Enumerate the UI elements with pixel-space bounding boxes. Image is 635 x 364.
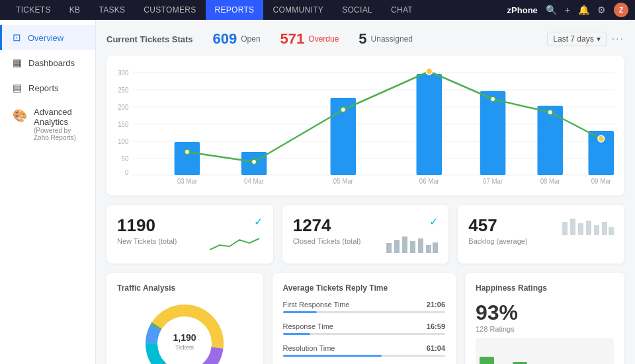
svg-rect-44 [578, 223, 583, 235]
overdue-count: 571 [280, 30, 305, 48]
response-time-label: Response Time [283, 322, 333, 330]
donut-chart-wrap: 1,190 Tickets [117, 301, 253, 364]
svg-text:300: 300 [118, 69, 129, 77]
traffic-title: Traffic Analysis [117, 283, 253, 293]
svg-rect-41 [433, 242, 438, 253]
overdue-label: Overdue [308, 34, 339, 44]
sidebar-item-advanced[interactable]: 🎨 Advanced Analytics (Powered by Zoho Re… [0, 100, 95, 148]
svg-rect-17 [417, 74, 443, 175]
happiness-bar-chart [476, 338, 614, 364]
traffic-analysis-card: Traffic Analysis [106, 273, 263, 364]
reply-time-card: Average Tickets Reply Time First Respons… [273, 273, 456, 364]
first-response-bar [283, 311, 445, 313]
metric-row: 1190 New Tickets (total) ✓ 1274 Closed T… [106, 205, 624, 264]
reply-time-title: Average Tickets Reply Time [283, 283, 445, 293]
svg-text:150: 150 [118, 121, 129, 128]
open-count: 609 [213, 30, 237, 48]
svg-point-23 [341, 107, 346, 112]
check-icon-2: ✓ [429, 215, 438, 228]
nav-reports[interactable]: REPORTS [206, 0, 264, 20]
nav-right: zPhone 🔍 + 🔔 ⚙ Z [507, 3, 628, 17]
settings-icon[interactable]: ⚙ [597, 5, 606, 15]
svg-text:04 Mar: 04 Mar [244, 178, 265, 185]
svg-text:200: 200 [118, 104, 129, 111]
nav-kb[interactable]: KB [60, 0, 90, 20]
hbar-3 [513, 362, 527, 364]
svg-rect-38 [410, 241, 415, 253]
brand-name: zPhone [507, 5, 538, 15]
main-content: Current Tickets Stats 609 Open 571 Overd… [96, 20, 635, 364]
check-icon-1: ✓ [254, 215, 263, 228]
svg-rect-14 [175, 142, 200, 175]
first-response-label: First Response Time [283, 301, 350, 309]
svg-text:1,190: 1,190 [173, 332, 196, 343]
reports-icon: ▤ [13, 82, 22, 94]
sidebar-label-dashboards: Dashboards [28, 58, 75, 68]
happiness-ratings-count: 128 Ratings [476, 325, 518, 333]
stats-header: Current Tickets Stats 609 Open 571 Overd… [106, 30, 624, 48]
svg-point-21 [185, 149, 190, 155]
resolution-time-value: 61:04 [427, 344, 445, 352]
open-label: Open [241, 34, 260, 44]
svg-rect-43 [570, 219, 575, 235]
donut-chart: 1,190 Tickets [142, 301, 228, 364]
svg-text:05 Mar: 05 Mar [333, 178, 354, 185]
svg-text:0: 0 [125, 169, 129, 176]
sidebar-item-reports[interactable]: ▤ Reports [0, 75, 95, 100]
stats-right: Last 7 days ▾ ··· [547, 32, 624, 46]
stat-open: 609 Open [213, 30, 261, 48]
metric-new-tickets: 1190 New Tickets (total) ✓ [106, 205, 273, 264]
nav-community[interactable]: COMMUNITY [263, 0, 333, 20]
bar-chart-2 [385, 233, 438, 253]
svg-rect-18 [480, 91, 506, 175]
svg-text:250: 250 [118, 87, 129, 94]
main-chart: 300 250 200 150 100 50 0 [106, 55, 624, 196]
notify-icon[interactable]: 🔔 [578, 5, 589, 15]
nav-social[interactable]: SOCIAL [333, 0, 382, 20]
svg-rect-35 [386, 243, 392, 253]
search-icon[interactable]: 🔍 [546, 5, 557, 15]
svg-rect-36 [394, 240, 400, 253]
avatar[interactable]: Z [614, 3, 628, 17]
unassigned-label: Unassigned [371, 34, 413, 44]
backlog-label: Backlog (average) [468, 237, 527, 245]
response-time-value: 16:59 [427, 322, 445, 330]
new-tickets-value: 1190 [117, 215, 177, 236]
chart-area: 300 250 200 150 100 50 0 [117, 66, 614, 185]
sidebar-label-reports: Reports [28, 83, 59, 93]
svg-text:06 Mar: 06 Mar [419, 178, 440, 185]
nav-chat[interactable]: CHAT [382, 0, 422, 20]
unassigned-count: 5 [359, 30, 366, 48]
closed-tickets-label: Closed Tickets (total) [293, 237, 361, 245]
first-response-value: 21:06 [427, 301, 445, 309]
nav-tickets[interactable]: TICKETS [7, 0, 60, 20]
bar-chart-3 [561, 215, 614, 235]
add-icon[interactable]: + [565, 5, 570, 15]
svg-text:50: 50 [122, 155, 129, 163]
bottom-row: Traffic Analysis [106, 273, 624, 364]
svg-point-27 [598, 135, 605, 142]
svg-point-22 [251, 159, 257, 164]
svg-rect-48 [609, 227, 614, 235]
reply-first-response: First Response Time 21:06 [283, 301, 445, 313]
sidebar-item-overview[interactable]: ⊡ Overview [0, 25, 95, 50]
more-button[interactable]: ··· [612, 33, 624, 45]
sidebar-sub-advanced: (Powered by Zoho Reports) [34, 127, 85, 141]
nav-customers[interactable]: CUSTOMERS [134, 0, 205, 20]
sidebar-item-dashboards[interactable]: ▦ Dashboards [0, 50, 95, 75]
metric-backlog: 457 Backlog (average) [458, 205, 624, 264]
backlog-value: 457 [468, 215, 527, 236]
dashboards-icon: ▦ [13, 57, 22, 69]
svg-point-26 [548, 110, 553, 115]
svg-rect-46 [594, 225, 599, 235]
svg-point-25 [490, 96, 495, 102]
svg-text:09 Mar: 09 Mar [591, 178, 612, 185]
sidebar: ⊡ Overview ▦ Dashboards ▤ Reports 🎨 Adva… [0, 20, 96, 364]
date-filter[interactable]: Last 7 days ▾ [547, 32, 606, 46]
top-nav: TICKETS KB TASKS CUSTOMERS REPORTS COMMU… [0, 0, 635, 20]
svg-rect-47 [602, 222, 607, 235]
response-time-bar [283, 333, 445, 335]
sidebar-label-advanced: Advanced Analytics [34, 107, 85, 127]
nav-tasks[interactable]: TASKS [89, 0, 134, 20]
nav-items: TICKETS KB TASKS CUSTOMERS REPORTS COMMU… [7, 0, 507, 20]
